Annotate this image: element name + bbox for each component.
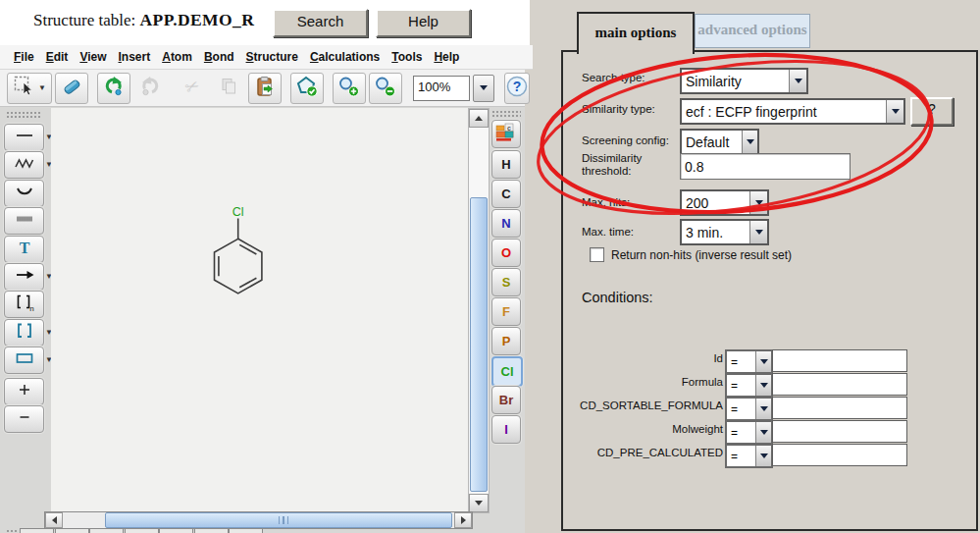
molecule-chlorobenzene[interactable]: Cl <box>51 108 468 511</box>
vertical-scrollbar-thumb[interactable] <box>470 197 488 492</box>
toolbar-help-button[interactable]: ? <box>504 73 530 104</box>
paste-icon <box>253 75 277 102</box>
bottom-toolbar-button[interactable] <box>20 528 54 533</box>
zoom-plus-button[interactable] <box>4 378 44 405</box>
repeat-group-tool-button[interactable]: n <box>4 291 44 318</box>
element-button-cl[interactable]: Cl <box>491 356 523 387</box>
scroll-left-button[interactable] <box>45 512 63 528</box>
minus-icon <box>14 406 35 432</box>
paste-button[interactable] <box>248 73 282 104</box>
structure-canvas[interactable]: Cl <box>51 108 468 511</box>
copy-button <box>212 73 245 104</box>
similarity-help-button[interactable]: ? <box>910 97 954 126</box>
arrow-tool-button[interactable] <box>4 263 44 291</box>
arc-tool-button[interactable] <box>4 180 44 207</box>
zoom-minus-button[interactable] <box>4 405 44 433</box>
menu-help[interactable]: Help <box>428 47 465 67</box>
scroll-down-button[interactable] <box>469 494 489 512</box>
element-button-s[interactable]: S <box>491 268 521 296</box>
redo-icon <box>138 75 162 102</box>
select-tool-button[interactable]: ▼ <box>7 73 52 104</box>
horizontal-scrollbar-thumb[interactable] <box>105 512 452 528</box>
element-button-h[interactable]: H <box>491 150 521 179</box>
page-title-prefix: Structure table: <box>33 11 140 29</box>
element-button-br[interactable]: Br <box>491 386 521 414</box>
toolbar-group: ✂ <box>176 73 282 104</box>
bottom-toolbar-button[interactable] <box>125 528 159 533</box>
search-dialog: Structure table: APP.DEMO_R Search Help … <box>0 0 980 533</box>
cut-icon: ✂ <box>181 75 204 102</box>
element-button-f[interactable]: F <box>491 297 521 326</box>
bottom-toolbar-button[interactable] <box>194 528 229 533</box>
tab-advanced-options[interactable]: advanced options <box>695 14 810 48</box>
left-toolbar-grip[interactable] <box>6 111 41 119</box>
menu-edit[interactable]: Edit <box>40 47 75 67</box>
zoom-combo: 100% <box>413 75 494 102</box>
toolbar-group <box>97 73 167 104</box>
search-button[interactable]: Search <box>273 9 368 37</box>
svg-text:T: T <box>19 240 29 256</box>
zoom-level-dropdown-button[interactable] <box>473 75 494 102</box>
bottom-toolbar-button[interactable] <box>55 528 89 533</box>
periodic-table-icon: c <box>494 121 518 147</box>
cut-button: ✂ <box>176 73 209 104</box>
triangle-left-icon <box>48 516 57 524</box>
zoom-out-icon <box>373 75 398 102</box>
triangle-down-icon <box>475 501 483 509</box>
bracket-tool-button[interactable] <box>4 319 44 346</box>
periodic-table-button[interactable]: c <box>491 120 521 148</box>
zoom-out-button[interactable] <box>369 73 402 104</box>
element-button-i[interactable]: I <box>491 415 521 444</box>
element-button-c[interactable]: C <box>491 180 521 208</box>
single-bond-tool-button[interactable] <box>4 124 44 151</box>
bottom-toolbar-button[interactable] <box>89 528 124 533</box>
check-structure-icon <box>294 75 320 102</box>
eraser-button[interactable] <box>55 73 88 104</box>
element-button-p[interactable]: P <box>491 327 521 355</box>
text-tool-button[interactable]: T <box>4 236 44 263</box>
vertical-scrollbar[interactable] <box>468 108 490 513</box>
thumb-grip-icon <box>279 516 288 524</box>
tab-main-options[interactable]: main options <box>577 12 695 54</box>
menu-bond[interactable]: Bond <box>198 47 240 67</box>
menu-tools[interactable]: Tools <box>386 47 428 67</box>
svg-text:n: n <box>29 304 33 313</box>
bottom-toolbar-grip[interactable] <box>6 529 18 533</box>
menu-file[interactable]: File <box>8 47 40 67</box>
chain-icon <box>14 152 35 178</box>
eraser-icon <box>60 75 83 102</box>
undo-button[interactable] <box>97 73 130 104</box>
menu-calculations[interactable]: Calculations <box>304 47 386 67</box>
scroll-up-button[interactable] <box>469 109 489 128</box>
svg-text:✂: ✂ <box>181 75 202 98</box>
rectangle-icon <box>14 347 35 373</box>
chlorine-atom-label: Cl <box>232 205 244 219</box>
help-button[interactable]: Help <box>376 9 471 37</box>
bottom-toolbar-button[interactable] <box>229 528 263 533</box>
multiple-bond-tool-button[interactable] <box>4 207 44 235</box>
menu-insert[interactable]: Insert <box>113 47 157 67</box>
scroll-right-button[interactable] <box>454 512 472 528</box>
chain-tool-button[interactable] <box>4 151 44 179</box>
element-button-n[interactable]: N <box>491 209 521 238</box>
copy-icon <box>217 75 240 102</box>
toolbar-group <box>333 73 402 104</box>
svg-text:c: c <box>507 125 511 132</box>
main-toolbar: ▼✂ 100% ? <box>0 70 525 107</box>
help-icon: ? <box>505 75 529 102</box>
rectangle-tool-button[interactable] <box>4 346 44 374</box>
element-toolbar-grip[interactable] <box>491 110 521 118</box>
menu-atom[interactable]: Atom <box>156 47 198 67</box>
page-title: Structure table: APP.DEMO_R <box>33 10 254 30</box>
zoom-in-button[interactable] <box>333 73 366 104</box>
menu-view[interactable]: View <box>74 47 112 67</box>
zoom-level-field[interactable]: 100% <box>413 76 470 101</box>
bottom-toolbar-button[interactable] <box>159 528 193 533</box>
check-structure-button[interactable] <box>290 73 324 104</box>
element-button-o[interactable]: O <box>491 239 521 267</box>
menu-structure[interactable]: Structure <box>240 47 304 67</box>
toolbar-group: ▼ <box>7 73 88 104</box>
svg-text:?: ? <box>513 79 522 94</box>
chevron-down-icon <box>480 85 488 94</box>
horizontal-scrollbar[interactable] <box>44 511 473 529</box>
